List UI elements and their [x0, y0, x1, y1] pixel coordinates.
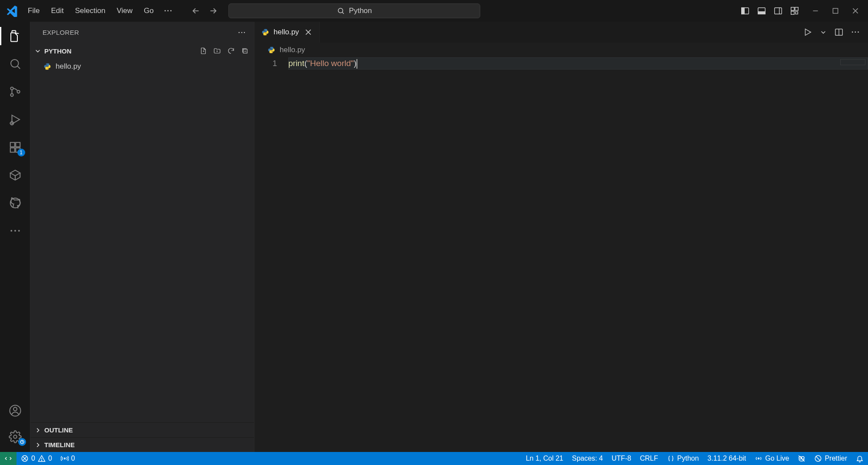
status-encoding[interactable]: UTF-8 [607, 455, 635, 462]
window-minimize-button[interactable] [812, 7, 819, 15]
status-go-live[interactable]: Go Live [750, 455, 793, 462]
python-file-icon [267, 46, 275, 54]
svg-point-30 [13, 435, 17, 438]
collapse-all-icon[interactable] [241, 47, 249, 55]
svg-rect-12 [833, 8, 838, 13]
explorer-title: EXPLORER [43, 29, 79, 36]
toggle-secondary-sidebar-icon[interactable] [773, 6, 783, 16]
extensions-update-badge: 1 [17, 149, 25, 156]
status-ports-count: 0 [71, 455, 75, 462]
breadcrumbs[interactable]: hello.py [254, 43, 868, 57]
svg-rect-10 [795, 12, 798, 14]
status-notifications[interactable] [851, 455, 868, 462]
svg-rect-21 [10, 148, 14, 152]
status-problems[interactable]: 0 0 [17, 455, 56, 462]
activity-settings[interactable] [0, 430, 30, 443]
run-dropdown-button[interactable] [820, 29, 826, 35]
outline-panel[interactable]: OUTLINE [30, 422, 254, 437]
editor-more-actions[interactable]: ··· [851, 28, 860, 37]
activity-explorer[interactable] [0, 30, 30, 43]
toggle-panel-icon[interactable] [757, 6, 766, 16]
refresh-icon[interactable] [227, 47, 235, 55]
svg-point-27 [18, 230, 20, 232]
chevron-right-icon [35, 427, 41, 433]
split-editor-button[interactable] [834, 27, 844, 37]
timeline-panel[interactable]: TIMELINE [30, 437, 254, 452]
menu-edit[interactable]: Edit [46, 4, 69, 18]
python-file-icon [261, 28, 269, 36]
file-tree-item[interactable]: hello.py [30, 59, 254, 74]
chevron-right-icon [35, 442, 41, 448]
editor-group: hello.py ··· hello.py [254, 22, 868, 452]
explorer-folder-actions [199, 47, 249, 55]
new-file-icon[interactable] [199, 47, 207, 55]
activity-search[interactable] [0, 57, 30, 70]
breadcrumb-file: hello.py [280, 46, 305, 54]
menu-file[interactable]: File [23, 4, 45, 18]
activity-source-control[interactable] [0, 85, 30, 98]
svg-point-26 [14, 230, 16, 232]
nav-back-button[interactable] [191, 6, 201, 16]
svg-rect-20 [10, 143, 14, 147]
settings-sync-badge [18, 438, 26, 446]
line-number: 1 [254, 57, 288, 70]
activity-accounts[interactable] [0, 404, 30, 417]
editor-tab-label: hello.py [274, 28, 299, 37]
command-center-search[interactable]: Python [228, 3, 480, 18]
explorer-folder-name: PYTHON [44, 47, 72, 55]
svg-point-0 [338, 8, 343, 13]
remote-indicator[interactable] [0, 452, 17, 465]
status-ports[interactable]: 0 [56, 455, 79, 462]
menu-more[interactable]: ··· [160, 4, 177, 18]
workbench-body: 1 EXPLORER [0, 22, 868, 452]
activity-run-debug[interactable] [0, 113, 30, 126]
status-errors-count: 0 [31, 455, 35, 462]
status-copilot[interactable] [793, 455, 810, 462]
svg-point-25 [10, 230, 12, 232]
customize-layout-icon[interactable] [790, 6, 799, 16]
nav-forward-button[interactable] [208, 6, 218, 16]
editor-tab-active[interactable]: hello.py [254, 22, 320, 43]
status-indentation[interactable]: Spaces: 4 [568, 455, 607, 462]
run-file-button[interactable] [803, 27, 812, 37]
activity-github[interactable] [0, 196, 30, 209]
status-interpreter[interactable]: 3.11.2 64-bit [703, 455, 750, 462]
status-prettier[interactable]: Prettier [810, 455, 851, 462]
svg-point-15 [11, 60, 19, 67]
outline-label: OUTLINE [44, 426, 73, 434]
status-language[interactable]: Python [663, 455, 703, 462]
toggle-primary-sidebar-icon[interactable] [740, 6, 750, 16]
svg-rect-5 [775, 8, 782, 14]
svg-rect-7 [791, 7, 794, 10]
svg-point-41 [41, 460, 42, 461]
title-bar: File Edit Selection View Go ··· Python [0, 0, 868, 22]
svg-rect-9 [791, 11, 794, 14]
status-cursor-position[interactable]: Ln 1, Col 21 [521, 455, 568, 462]
explorer-more-actions[interactable]: ··· [238, 29, 246, 36]
status-eol[interactable]: CRLF [636, 455, 663, 462]
search-placeholder: Python [349, 7, 372, 15]
menu-bar: File Edit Selection View Go ··· [23, 4, 177, 18]
explorer-folder-row[interactable]: PYTHON [30, 43, 254, 59]
minimap[interactable] [833, 57, 868, 66]
code-line[interactable]: print("Hello world") [288, 57, 868, 70]
svg-point-16 [10, 87, 13, 90]
vscode-logo-icon [3, 2, 21, 20]
new-folder-icon[interactable] [213, 47, 221, 55]
code-editor[interactable]: 1print("Hello world") [254, 57, 868, 452]
chevron-down-icon [35, 48, 41, 54]
window-maximize-button[interactable] [832, 7, 839, 15]
menu-view[interactable]: View [112, 4, 138, 18]
activity-more[interactable] [0, 224, 30, 237]
activity-containers[interactable] [0, 169, 30, 182]
svg-rect-23 [16, 143, 20, 147]
text-cursor [356, 59, 357, 69]
menu-selection[interactable]: Selection [70, 4, 111, 18]
window-close-button[interactable] [851, 7, 859, 15]
activity-extensions[interactable]: 1 [0, 141, 30, 154]
menu-go[interactable]: Go [139, 4, 159, 18]
svg-point-42 [64, 458, 65, 459]
window-controls [812, 7, 859, 15]
tab-close-button[interactable] [304, 28, 313, 36]
svg-line-48 [816, 456, 821, 461]
